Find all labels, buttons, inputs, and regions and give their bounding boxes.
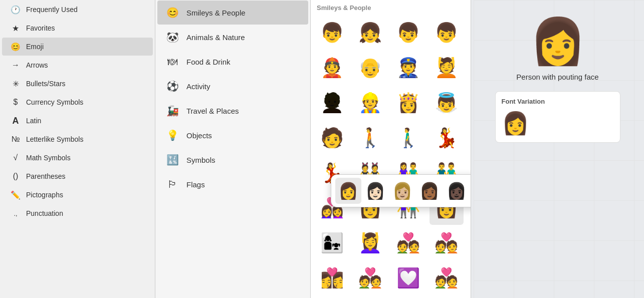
preview-emoji: 👩 — [530, 15, 586, 68]
emoji-cell[interactable]: 💃 — [430, 121, 464, 155]
middle-label-flags: Flags — [186, 180, 205, 189]
middle-item-symbols[interactable]: 🔣 Symbols — [157, 148, 308, 172]
emoji-cell[interactable]: 🚶 — [353, 121, 387, 155]
sidebar-label-letterlike: Letterlike Symbols — [26, 135, 83, 143]
middle-item-food[interactable]: 🍽 Food & Drink — [157, 50, 308, 74]
sidebar-item-latin[interactable]: A Latin — [2, 112, 153, 130]
sidebar-label-bullets: Bullets/Stars — [26, 80, 66, 88]
sidebar-label-latin: Latin — [26, 117, 41, 125]
right-panel: 👩 Person with pouting face Font Variatio… — [471, 0, 644, 298]
skin-tone-option-medium[interactable]: 👩🏾 — [416, 178, 443, 204]
middle-item-objects[interactable]: 💡 Objects — [157, 123, 308, 147]
food-icon: 🍽 — [165, 55, 179, 69]
skin-tone-option-medium-light[interactable]: 👩🏼 — [389, 178, 415, 204]
emoji-cell[interactable]: 👼 — [430, 86, 464, 120]
sidebar-label-punctuation: Punctuation — [26, 209, 63, 217]
emoji-cell[interactable]: 💆 — [430, 51, 464, 85]
emoji-cell[interactable]: 👦 — [430, 16, 464, 50]
star-icon: ★ — [10, 23, 21, 34]
emoji-cell[interactable]: 👩‍👧 — [315, 226, 349, 260]
sidebar-item-emoji[interactable]: 😊 Emoji — [2, 38, 153, 56]
emoji-cell[interactable]: 🚶‍♂️ — [391, 121, 425, 155]
pictographs-icon: ✏️ — [10, 189, 21, 200]
middle-panel: 😊 Smileys & People 🐼 Animals & Nature 🍽 … — [155, 0, 311, 298]
sidebar-label-arrows: Arrows — [26, 61, 48, 69]
math-icon: √ — [10, 152, 21, 163]
sidebar-label-favorites: Favorites — [26, 24, 55, 32]
middle-item-animals[interactable]: 🐼 Animals & Nature — [157, 25, 308, 49]
emoji-cell[interactable]: 👷 — [353, 86, 387, 120]
emoji-cell[interactable]: 💟 — [391, 261, 425, 295]
emoji-cell[interactable]: 👴 — [353, 51, 387, 85]
left-sidebar: 🕐 Frequently Used ★ Favorites 😊 Emoji → … — [0, 0, 155, 298]
emoji-cell[interactable]: 💑 — [430, 226, 464, 260]
emoji-cell[interactable]: 👮 — [391, 51, 425, 85]
middle-label-objects: Objects — [186, 131, 212, 140]
sidebar-label-pictographs: Pictographs — [26, 191, 63, 199]
emoji-cell[interactable]: 👩‍❤️‍💋‍👩 — [315, 261, 349, 295]
activity-icon: ⚽ — [165, 79, 179, 93]
sidebar-item-math[interactable]: √ Math Symbols — [2, 149, 153, 167]
bullets-icon: ✳ — [10, 78, 21, 89]
sidebar-item-parentheses[interactable]: () Parentheses — [2, 167, 153, 185]
skin-tone-option-default[interactable]: 👩 — [335, 178, 361, 204]
sidebar-item-letterlike[interactable]: № Letterlike Symbols — [2, 130, 153, 148]
emoji-cell[interactable]: 💑 — [430, 261, 464, 295]
emoji-cell[interactable]: 💟 — [430, 296, 464, 298]
clock-icon: 🕐 — [10, 4, 21, 15]
sidebar-item-bullets-stars[interactable]: ✳ Bullets/Stars — [2, 75, 153, 93]
emoji-cell[interactable]: 💑 — [391, 226, 425, 260]
sidebar-item-arrows[interactable]: → Arrows — [2, 56, 153, 74]
emoji-section-title: Smileys & People — [311, 0, 471, 14]
sidebar-item-currency[interactable]: $ Currency Symbols — [2, 93, 153, 111]
emoji-cell[interactable]: 💟 — [315, 296, 349, 298]
emoji-cell[interactable]: 💟 — [391, 296, 425, 298]
emoji-cell[interactable]: 👸 — [391, 86, 425, 120]
emoji-cell[interactable]: 👱 — [315, 86, 349, 120]
middle-label-smileys: Smileys & People — [186, 9, 246, 17]
emoji-cell[interactable]: 💆‍♀️ — [353, 226, 387, 260]
middle-label-food: Food & Drink — [186, 58, 231, 66]
sidebar-item-punctuation[interactable]: ., Punctuation — [2, 204, 153, 222]
preview-name: Person with pouting face — [516, 73, 598, 81]
flags-icon: 🏳 — [165, 177, 179, 191]
sidebar-item-favorites[interactable]: ★ Favorites — [2, 19, 153, 37]
emoji-cell[interactable]: 👧 — [353, 16, 387, 50]
emoji-cell[interactable]: 👲 — [315, 51, 349, 85]
skin-tone-option-light[interactable]: 👩🏻 — [362, 178, 388, 204]
emoji-cell[interactable]: 👦 — [315, 16, 349, 50]
middle-label-animals: Animals & Nature — [186, 33, 245, 42]
sidebar-item-frequently-used[interactable]: 🕐 Frequently Used — [2, 1, 153, 19]
currency-icon: $ — [10, 97, 21, 108]
right-panel-wrapper: 👩 Person with pouting face Font Variatio… — [471, 0, 644, 298]
letterlike-icon: № — [10, 134, 21, 145]
font-variation-title: Font Variation — [502, 98, 614, 105]
skin-tone-popup: 👩 👩🏻 👩🏼 👩🏾 👩🏿 👩🏿 — [331, 174, 471, 207]
animals-icon: 🐼 — [165, 30, 179, 44]
middle-label-symbols: Symbols — [186, 156, 216, 164]
middle-item-flags[interactable]: 🏳 Flags — [157, 172, 308, 196]
emoji-cell[interactable]: 💑 — [353, 261, 387, 295]
punctuation-icon: ., — [10, 208, 21, 219]
sidebar-label-frequently-used: Frequently Used — [26, 6, 78, 14]
emoji-icon: 😊 — [10, 41, 21, 52]
sidebar-item-pictographs[interactable]: ✏️ Pictographs — [2, 186, 153, 204]
sidebar-label-emoji: Emoji — [26, 43, 44, 51]
middle-item-travel[interactable]: 🚂 Travel & Places — [157, 99, 308, 123]
parentheses-icon: () — [10, 171, 21, 182]
travel-icon: 🚂 — [165, 104, 179, 118]
latin-icon: A — [10, 115, 21, 126]
symbols-icon: 🔣 — [165, 153, 179, 167]
emoji-cell[interactable]: 💟 — [353, 296, 387, 298]
font-variation-emoji[interactable]: 👩 — [502, 110, 614, 136]
skin-tone-option-medium-dark[interactable]: 👩🏿 — [444, 178, 470, 204]
middle-label-travel: Travel & Places — [186, 107, 239, 115]
sidebar-label-math: Math Symbols — [26, 154, 71, 162]
middle-item-activity[interactable]: ⚽ Activity — [157, 74, 308, 98]
middle-item-smileys[interactable]: 😊 Smileys & People — [157, 1, 308, 25]
emoji-cell[interactable]: 👦 — [391, 16, 425, 50]
smileys-icon: 😊 — [165, 6, 179, 20]
emoji-cell[interactable]: 🧑 — [315, 121, 349, 155]
arrow-icon: → — [10, 60, 21, 71]
emoji-grid-panel: Smileys & People 👦 👧 👦 👦 👲 👴 👮 💆 👱 👷 👸 👼… — [311, 0, 471, 298]
